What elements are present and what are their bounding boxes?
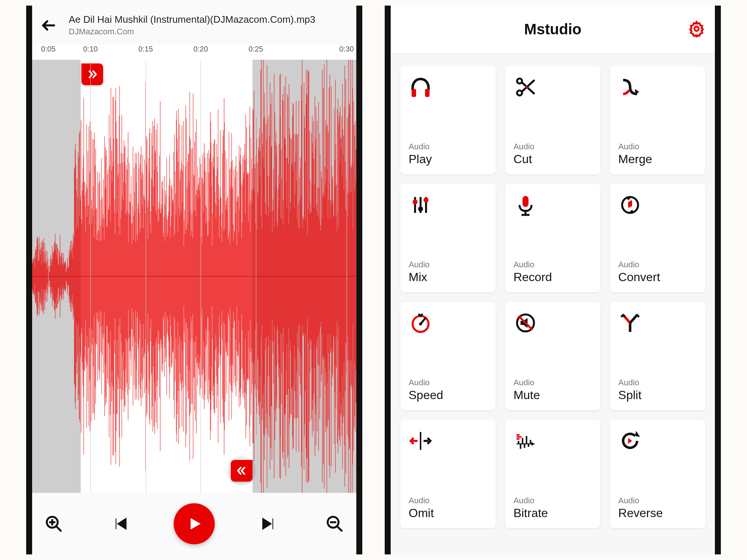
- time-tick: 0:20: [193, 45, 208, 53]
- tile-mix[interactable]: AudioMix: [400, 184, 496, 292]
- gridline: [256, 60, 256, 493]
- tile-label: Reverse: [618, 506, 697, 520]
- time-tick: 0:10: [83, 45, 98, 53]
- chevron-double-right-icon: [86, 68, 99, 81]
- merge-icon: [618, 75, 642, 99]
- tile-cut[interactable]: AudioCut: [505, 66, 601, 174]
- back-button[interactable]: [40, 16, 58, 34]
- tile-overline: Audio: [409, 378, 487, 388]
- tile-label: Cut: [514, 152, 592, 166]
- mic-icon: [514, 193, 537, 217]
- split-icon: [618, 311, 642, 335]
- gridline: [347, 60, 347, 493]
- reverse-icon: [618, 429, 642, 453]
- tile-overline: Audio: [409, 496, 487, 505]
- tile-overline: Audio: [514, 496, 592, 505]
- feature-grid: AudioPlayAudioCutAudioMergeAudioMixAudio…: [391, 53, 715, 554]
- home-header: Mstudio: [391, 6, 715, 53]
- tile-overline: Audio: [514, 260, 592, 270]
- tile-convert[interactable]: AudioConvert: [610, 184, 705, 292]
- player-controls: [32, 493, 356, 554]
- gridline: [201, 60, 201, 493]
- settings-button[interactable]: [688, 20, 705, 39]
- svg-rect-4: [425, 89, 430, 97]
- prev-track-button[interactable]: [108, 512, 132, 536]
- tile-overline: Audio: [409, 260, 487, 270]
- time-tick: 0:15: [138, 45, 153, 53]
- tile-label: Merge: [618, 152, 697, 166]
- svg-point-7: [525, 86, 528, 88]
- skip-next-icon: [260, 514, 278, 533]
- zoom-in-button[interactable]: [42, 512, 66, 536]
- arrow-left-icon: [40, 17, 57, 34]
- time-ruler: 0:050:100:150:200:250:30: [32, 45, 356, 60]
- selection-end-handle[interactable]: [231, 460, 252, 482]
- tile-label: Bitrate: [514, 506, 592, 520]
- svg-point-9: [418, 206, 423, 211]
- play-button[interactable]: [174, 503, 215, 544]
- tile-overline: Audio: [618, 496, 697, 505]
- home-grid-screen: Mstudio AudioPlayAudioCutAudioMergeAudio…: [385, 6, 721, 554]
- tile-overline: Audio: [514, 142, 592, 152]
- convert-icon: [618, 193, 642, 217]
- tile-overline: Audio: [618, 260, 697, 270]
- tile-bitrate[interactable]: AudioBitrate: [505, 420, 601, 528]
- svg-rect-11: [523, 196, 529, 207]
- tile-speed[interactable]: AudioSpeed: [400, 302, 496, 410]
- svg-point-14: [419, 323, 422, 326]
- zoom-out-icon: [325, 514, 344, 533]
- title-block: Ae Dil Hai Mushkil (Instrumental)(DJMaza…: [69, 14, 349, 37]
- zoom-in-icon: [44, 514, 63, 533]
- tile-reverse[interactable]: AudioReverse: [610, 420, 705, 528]
- tile-overline: Audio: [618, 142, 697, 152]
- time-tick: 0:30: [339, 45, 354, 53]
- tile-record[interactable]: AudioRecord: [505, 184, 601, 292]
- speed-icon: [409, 311, 433, 335]
- omit-icon: [409, 429, 433, 453]
- tile-split[interactable]: AudioSplit: [610, 302, 705, 410]
- tile-label: Mute: [514, 388, 592, 402]
- next-track-button[interactable]: [257, 512, 281, 536]
- waveform-canvas[interactable]: [32, 60, 356, 493]
- gridline: [90, 60, 91, 493]
- track-title: Ae Dil Hai Mushkil (Instrumental)(DJMaza…: [69, 14, 349, 25]
- tile-label: Mix: [409, 270, 487, 284]
- tile-label: Omit: [409, 506, 487, 520]
- waveform-editor-screen: Ae Dil Hai Mushkil (Instrumental)(DJMaza…: [26, 6, 362, 554]
- svg-point-2: [694, 27, 699, 31]
- gear-icon: [688, 20, 705, 37]
- play-icon: [186, 515, 203, 532]
- sliders-icon: [409, 193, 433, 217]
- svg-rect-3: [412, 89, 416, 97]
- time-tick: 0:25: [248, 45, 263, 53]
- tile-play[interactable]: AudioPlay: [400, 66, 496, 174]
- tile-overline: Audio: [409, 142, 487, 152]
- tile-omit[interactable]: AudioOmit: [400, 420, 496, 528]
- svg-point-8: [413, 199, 418, 204]
- tile-label: Convert: [618, 270, 697, 284]
- headphones-icon: [409, 75, 433, 99]
- tile-overline: Audio: [514, 378, 592, 388]
- mute-icon: [514, 311, 537, 335]
- waveform-area[interactable]: 0:050:100:150:200:250:30: [32, 45, 356, 493]
- skip-previous-icon: [111, 514, 129, 533]
- track-subtitle: DJMazacom.Com: [69, 27, 349, 37]
- app-title: Mstudio: [524, 21, 581, 38]
- tile-merge[interactable]: AudioMerge: [610, 66, 705, 174]
- tile-label: Split: [618, 388, 697, 402]
- editor-header: Ae Dil Hai Mushkil (Instrumental)(DJMaza…: [32, 6, 356, 45]
- gridline: [146, 60, 146, 493]
- zoom-out-button[interactable]: [323, 512, 347, 536]
- time-tick: 0:05: [41, 45, 56, 53]
- tile-label: Record: [514, 270, 592, 284]
- scissors-icon: [514, 75, 537, 99]
- tile-mute[interactable]: AudioMute: [505, 302, 601, 410]
- gridline: [48, 60, 49, 493]
- chevron-double-left-icon: [235, 464, 248, 477]
- bitrate-icon: [514, 429, 537, 453]
- selection-start-handle[interactable]: [81, 63, 103, 85]
- tile-label: Speed: [409, 388, 487, 402]
- svg-point-10: [424, 197, 428, 202]
- tile-label: Play: [409, 152, 487, 166]
- tile-overline: Audio: [618, 378, 697, 388]
